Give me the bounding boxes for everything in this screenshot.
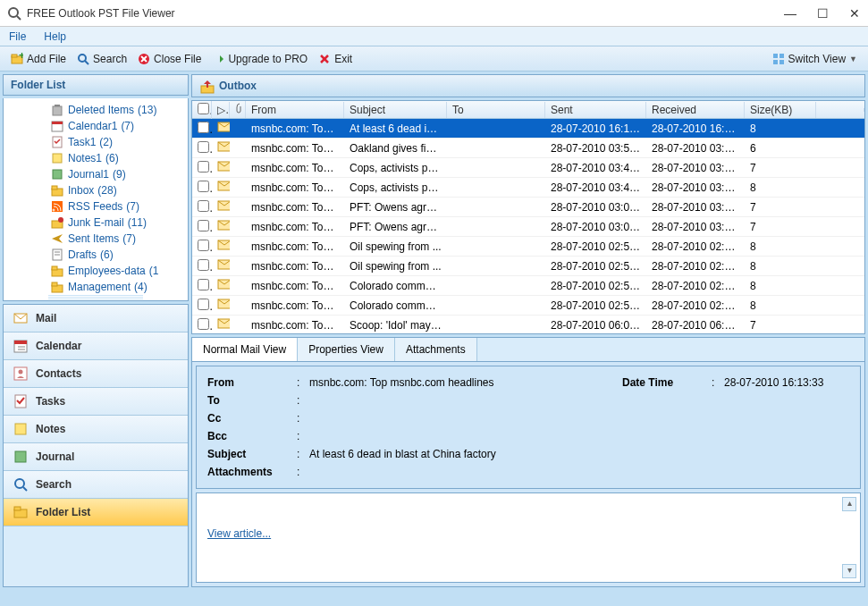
folder-item[interactable]: RSS Feeds (7)	[5, 198, 186, 215]
row-checkbox[interactable]	[192, 257, 212, 275]
switch-view-button[interactable]: Switch View ▼	[767, 51, 863, 67]
journal-icon	[50, 167, 64, 181]
grid-header: ▷ From Subject To Sent Received Size(KB)	[192, 101, 864, 119]
row-checkbox[interactable]	[192, 297, 212, 315]
svg-text:+: +	[19, 53, 23, 62]
folder-name: Notes1	[68, 152, 102, 164]
mail-row[interactable]: msnbc.com: Top m...PFT: Owens agrees...2…	[192, 217, 864, 237]
tab-attachments[interactable]: Attachments	[395, 338, 477, 361]
exit-button[interactable]: Exit	[313, 51, 358, 67]
mail-row[interactable]: msnbc.com: Top m...Cops, activists pre..…	[192, 178, 864, 198]
header-received[interactable]: Received	[646, 102, 745, 118]
folder-tree[interactable]: Deleted Items (13)Calendar1 (7)Task1 (2)…	[4, 98, 188, 295]
cell-size: 8	[745, 278, 816, 294]
header-flag-icon[interactable]: ▷	[212, 102, 230, 118]
envelope-icon	[212, 218, 230, 235]
header-size[interactable]: Size(KB)	[745, 102, 816, 118]
nav-calendar[interactable]: Calendar	[4, 332, 188, 360]
folder-item[interactable]: Drafts (6)	[5, 247, 186, 263]
close-button[interactable]: ✕	[848, 6, 861, 21]
cell-received: 28-07-2010 03:05:11	[646, 199, 745, 215]
row-checkbox[interactable]	[192, 277, 212, 295]
view-article-link[interactable]: View article...	[207, 527, 271, 540]
row-checkbox[interactable]	[192, 179, 212, 197]
notes-icon	[13, 421, 29, 437]
header-checkbox[interactable]	[192, 101, 212, 119]
header-attachment-icon[interactable]	[230, 101, 246, 118]
header-to[interactable]: To	[447, 102, 545, 118]
row-checkbox[interactable]	[192, 139, 212, 157]
search-button[interactable]: Search	[72, 51, 132, 67]
splitter-handle[interactable]	[48, 295, 143, 300]
tab-properties-view[interactable]: Properties View	[298, 338, 395, 361]
upgrade-button[interactable]: Upgrade to PRO	[206, 51, 313, 67]
envelope-icon	[212, 238, 230, 255]
scroll-up-button[interactable]: ▴	[842, 497, 856, 511]
close-red-icon	[138, 53, 150, 65]
mail-row[interactable]: msnbc.com: Top m...Oil spewing from ...2…	[192, 257, 864, 276]
mail-row[interactable]: msnbc.com: Top m...Oil spewing from ...2…	[192, 237, 864, 257]
header-sent[interactable]: Sent	[545, 102, 646, 118]
outbox-icon	[199, 79, 214, 93]
cell-from: msnbc.com: Top m...	[246, 239, 344, 255]
folder-item[interactable]: Deleted Items (13)	[5, 102, 186, 118]
cell-received: 28-07-2010 03:05:11	[646, 219, 745, 235]
mail-row[interactable]: msnbc.com: Top m...Colorado commoti...28…	[192, 296, 864, 316]
header-from[interactable]: From	[246, 102, 344, 118]
folder-icon	[50, 264, 64, 278]
scroll-down-button[interactable]: ▾	[842, 564, 856, 578]
row-checkbox[interactable]	[192, 218, 212, 236]
row-checkbox[interactable]	[192, 198, 212, 216]
add-file-button[interactable]: + Add File	[5, 51, 72, 67]
nav-tasks[interactable]: Tasks	[4, 388, 188, 416]
folder-count: (6)	[105, 152, 119, 164]
svg-rect-34	[52, 282, 57, 286]
folder-icon	[50, 183, 64, 198]
tab-normal-mail-view[interactable]: Normal Mail View	[192, 338, 298, 362]
nav-contacts[interactable]: Contacts	[4, 360, 188, 388]
cell-subject: Scoop: 'Idol' may ...	[344, 317, 447, 333]
nav-search[interactable]: Search	[4, 471, 188, 499]
mail-row[interactable]: msnbc.com: Top m...Scoop: 'Idol' may ...…	[192, 316, 864, 333]
folder-item[interactable]: Inbox (28)	[5, 182, 186, 198]
folder-item[interactable]: Journal1 (9)	[5, 166, 186, 182]
mail-row[interactable]: msnbc.com: Top m...Oakland gives fina...…	[192, 139, 864, 158]
cell-to	[447, 304, 545, 307]
mail-row[interactable]: msnbc.com: Top m...Colorado commoti...28…	[192, 276, 864, 296]
svg-rect-24	[52, 186, 57, 189]
folder-item[interactable]: Employees-data (1	[5, 263, 186, 279]
menu-help[interactable]: Help	[44, 30, 66, 43]
cell-received: 28-07-2010 03:48:49	[646, 180, 745, 196]
folder-item[interactable]: Junk E-mail (11)	[5, 215, 186, 231]
nav-folderlist[interactable]: Folder List	[4, 499, 188, 526]
window-title: FREE Outlook PST File Viewer	[27, 7, 784, 20]
mail-row[interactable]: msnbc.com: Top m...At least 6 dead in ..…	[192, 119, 864, 139]
folder-item[interactable]: Calendar1 (7)	[5, 118, 186, 134]
value-bcc	[309, 430, 849, 442]
close-file-button[interactable]: Close File	[132, 51, 206, 67]
row-checkbox[interactable]	[192, 238, 212, 256]
nav-notes[interactable]: Notes	[4, 416, 188, 443]
grid-body[interactable]: msnbc.com: Top m...At least 6 dead in ..…	[192, 119, 864, 333]
maximize-button[interactable]: ☐	[816, 6, 829, 21]
cell-size: 7	[745, 317, 816, 333]
mail-row[interactable]: msnbc.com: Top m...Cops, activists pre..…	[192, 158, 864, 178]
folder-name: RSS Feeds	[68, 200, 122, 213]
nav-mail[interactable]: Mail	[4, 305, 188, 332]
mail-row[interactable]: msnbc.com: Top m...PFT: Owens agrees...2…	[192, 198, 864, 217]
cell-received: 28-07-2010 03:59:06	[646, 140, 745, 156]
header-subject[interactable]: Subject	[344, 102, 447, 118]
menu-file[interactable]: File	[9, 30, 26, 43]
folder-item[interactable]: Management (4)	[5, 279, 186, 295]
folder-item[interactable]: Task1 (2)	[5, 134, 186, 150]
row-checkbox[interactable]	[192, 159, 212, 177]
nav-journal[interactable]: Journal	[4, 443, 188, 471]
minimize-button[interactable]: —	[784, 6, 796, 21]
junk-icon	[50, 215, 64, 230]
row-checkbox[interactable]	[192, 316, 212, 334]
row-checkbox[interactable]	[192, 120, 212, 138]
envelope-icon	[212, 198, 230, 215]
folder-item[interactable]: Notes1 (6)	[5, 150, 186, 166]
folder-count: (2)	[99, 136, 113, 148]
folder-item[interactable]: Sent Items (7)	[5, 231, 186, 247]
